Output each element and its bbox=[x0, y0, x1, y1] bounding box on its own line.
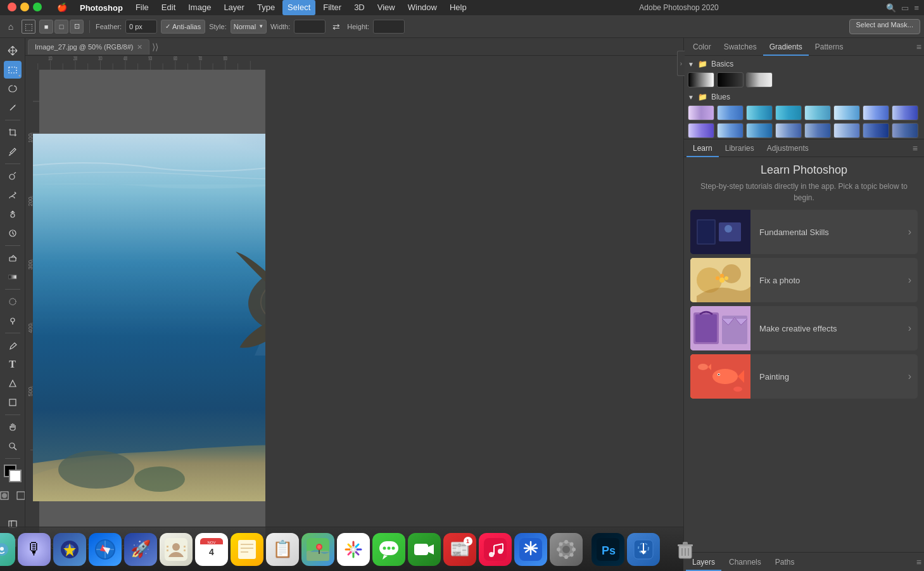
style-select[interactable]: Normal ▼ bbox=[231, 20, 267, 34]
tab-close-icon[interactable]: ✕ bbox=[137, 43, 142, 51]
menu-edit[interactable]: Edit bbox=[156, 0, 180, 15]
gradient-blue16[interactable] bbox=[892, 123, 918, 138]
background-color[interactable] bbox=[9, 470, 22, 482]
collapse-panel-handle[interactable]: › bbox=[677, 51, 685, 76]
panel-options-icon[interactable]: ≡ bbox=[916, 42, 921, 52]
screen-mode-icon[interactable]: ▭ bbox=[901, 3, 909, 13]
crop-tool[interactable] bbox=[4, 124, 22, 141]
learn-item-fundamental[interactable]: Fundamental Skills › bbox=[690, 210, 918, 254]
layer-panel-options-icon[interactable]: ≡ bbox=[916, 557, 921, 567]
basics-header[interactable]: ▼ 📁 Basics bbox=[688, 60, 920, 68]
gradient-blue14[interactable] bbox=[833, 123, 860, 138]
add-selection-btn[interactable]: ■ bbox=[39, 20, 53, 34]
dock-rocket[interactable]: 🚀 bbox=[124, 533, 157, 566]
learn-item-fix[interactable]: Fix a photo › bbox=[690, 258, 918, 302]
type-tool[interactable]: T bbox=[4, 356, 22, 373]
dock-calendar[interactable]: 4NOV bbox=[195, 533, 228, 566]
gradient-blue13[interactable] bbox=[804, 123, 831, 138]
swap-icon[interactable]: ⇄ bbox=[329, 20, 343, 34]
eyedropper-tool[interactable] bbox=[4, 143, 22, 160]
shape-tool[interactable] bbox=[4, 394, 22, 411]
minimize-button[interactable] bbox=[20, 3, 29, 11]
home-icon[interactable]: ⌂ bbox=[4, 20, 18, 34]
dock-siri[interactable]: 🎙 bbox=[18, 533, 51, 566]
clone-stamp-tool[interactable] bbox=[4, 205, 22, 223]
select-mask-button[interactable]: Select and Mask... bbox=[849, 19, 921, 34]
menu-apple[interactable]: 🍎 bbox=[52, 0, 72, 15]
menu-image[interactable]: Image bbox=[183, 0, 216, 15]
zoom-tool[interactable] bbox=[4, 437, 22, 455]
gradient-bw1[interactable] bbox=[688, 72, 714, 87]
tab-swatches[interactable]: Swatches bbox=[718, 38, 763, 56]
menu-app-name[interactable]: Photoshop bbox=[75, 3, 128, 13]
menu-filter[interactable]: Filter bbox=[318, 0, 346, 15]
dodge-tool[interactable] bbox=[4, 312, 22, 330]
path-selection-tool[interactable] bbox=[4, 375, 22, 392]
tab-channels[interactable]: Channels bbox=[723, 553, 768, 571]
feather-value[interactable]: 0 px bbox=[125, 20, 157, 34]
menu-window[interactable]: Window bbox=[403, 0, 442, 15]
lasso-tool[interactable] bbox=[4, 80, 22, 98]
edit-in-quick-mask-icon[interactable] bbox=[0, 489, 11, 503]
tab-paths[interactable]: Paths bbox=[769, 553, 801, 571]
hand-tool[interactable] bbox=[4, 418, 22, 436]
screen-mode-icon[interactable] bbox=[14, 489, 26, 503]
learn-item-creative[interactable]: Make creative effects › bbox=[690, 306, 918, 350]
dock-system-preferences[interactable] bbox=[550, 533, 583, 566]
menu-select[interactable]: Select bbox=[282, 0, 315, 15]
height-value[interactable] bbox=[373, 20, 405, 34]
dock-photos[interactable] bbox=[337, 533, 370, 566]
file-tab[interactable]: Image_27.jpg @ 50% (RGB/8#) ✕ bbox=[28, 39, 149, 55]
dock-trash[interactable] bbox=[669, 533, 702, 566]
dock-appstore[interactable] bbox=[514, 533, 547, 566]
tab-color[interactable]: Color bbox=[687, 38, 718, 56]
dock-reminders[interactable]: 📋 bbox=[266, 533, 299, 566]
gradient-blue2[interactable] bbox=[717, 105, 744, 120]
gradient-blue8[interactable] bbox=[892, 105, 918, 120]
move-tool[interactable] bbox=[4, 42, 22, 60]
gradient-bw3[interactable] bbox=[746, 72, 773, 87]
spot-heal-tool[interactable] bbox=[4, 167, 22, 185]
gradient-blue15[interactable] bbox=[863, 123, 889, 138]
menu-type[interactable]: Type bbox=[252, 0, 280, 15]
menu-3d[interactable]: 3D bbox=[349, 0, 370, 15]
tab-learn[interactable]: Learn bbox=[687, 139, 719, 157]
rectangular-marquee-tool[interactable]: ◂ ◂ bbox=[4, 61, 22, 79]
dock-photoshop[interactable]: Ps bbox=[592, 533, 624, 566]
dock-news[interactable]: 📰1 bbox=[443, 533, 476, 566]
width-value[interactable] bbox=[294, 20, 326, 34]
history-brush-tool[interactable] bbox=[4, 224, 22, 242]
brush-tool[interactable] bbox=[4, 186, 22, 204]
close-button[interactable] bbox=[8, 3, 16, 11]
tab-libraries[interactable]: Libraries bbox=[719, 139, 761, 157]
gradient-blue11[interactable] bbox=[746, 123, 773, 138]
magic-wand-tool[interactable] bbox=[4, 99, 22, 117]
search-icon[interactable]: 🔍 bbox=[886, 3, 896, 13]
gradient-blue3[interactable] bbox=[746, 105, 773, 120]
dock-music[interactable] bbox=[479, 533, 512, 566]
blur-tool[interactable] bbox=[4, 293, 22, 311]
dock-downloads[interactable] bbox=[627, 533, 660, 566]
learn-item-painting[interactable]: Painting › bbox=[690, 354, 918, 399]
blues-header[interactable]: ▼ 📁 Blues bbox=[688, 93, 920, 101]
dock-messages[interactable] bbox=[372, 533, 405, 566]
menu-view[interactable]: View bbox=[372, 0, 400, 15]
menu-help[interactable]: Help bbox=[445, 0, 472, 15]
selection-mode-icon[interactable]: ⬚ bbox=[22, 20, 35, 34]
dock-facetime[interactable] bbox=[408, 533, 441, 566]
gradient-blue9[interactable] bbox=[688, 123, 714, 138]
gradient-blue5[interactable] bbox=[804, 105, 831, 120]
color-swatches[interactable] bbox=[4, 465, 22, 482]
dock-launchpad[interactable] bbox=[53, 533, 86, 566]
dock-notes[interactable] bbox=[231, 533, 263, 566]
tab-gradients[interactable]: Gradients bbox=[763, 38, 809, 56]
intersect-selection-btn[interactable]: ⊡ bbox=[70, 20, 84, 34]
menu-layer[interactable]: Layer bbox=[218, 0, 250, 15]
gradient-blue6[interactable] bbox=[833, 105, 860, 120]
gradient-blue12[interactable] bbox=[775, 123, 802, 138]
gradient-tool[interactable] bbox=[4, 268, 22, 286]
gradient-bw2[interactable] bbox=[717, 72, 744, 87]
pen-tool[interactable] bbox=[4, 337, 22, 354]
more-icon[interactable]: ≡ bbox=[914, 3, 919, 13]
gradient-blue10[interactable] bbox=[717, 123, 744, 138]
